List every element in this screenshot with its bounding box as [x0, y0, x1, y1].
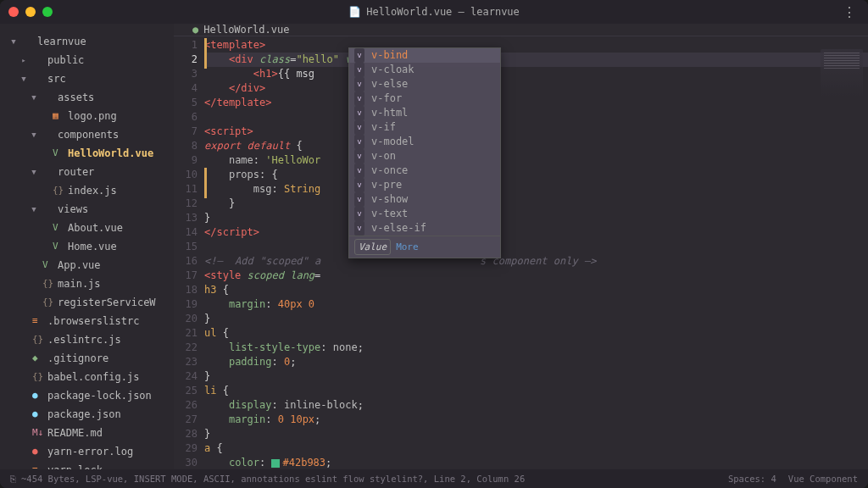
tree-item-package-json[interactable]: ●package.json	[8, 405, 169, 424]
tree-item-components[interactable]: ▼components	[8, 125, 169, 144]
code-line[interactable]: li {	[204, 384, 868, 398]
status-language[interactable]: Vue Component	[788, 474, 858, 484]
more-menu-icon[interactable]: ⋮	[843, 4, 856, 20]
caret-icon: ▼	[29, 126, 39, 143]
autocomplete-item-v-if[interactable]: vv-if	[349, 120, 500, 135]
code-line[interactable]: padding: 0;	[204, 355, 868, 369]
code-line[interactable]: }	[204, 197, 868, 211]
code-line[interactable]: name: 'HelloWor	[204, 153, 868, 168]
tree-label: babel.config.js	[47, 369, 139, 385]
code-line[interactable]	[204, 240, 868, 254]
tree-label: learnvue	[37, 33, 86, 50]
tree-item-home-vue[interactable]: VHome.vue	[8, 237, 169, 256]
tree-item-logo-png[interactable]: ▦logo.png	[8, 107, 169, 125]
code-line[interactable]: }	[204, 211, 868, 225]
code-line[interactable]: </script>	[204, 225, 868, 240]
tree-item-about-vue[interactable]: VAbout.vue	[8, 219, 169, 237]
tree-item-package-lock-json[interactable]: ●package-lock.json	[8, 386, 169, 405]
code-line[interactable]: </template>	[204, 96, 868, 110]
code-line[interactable]: <h1>{{ msg	[204, 67, 868, 81]
tree-item-readme-md[interactable]: M↓README.md	[8, 424, 169, 442]
code-line[interactable]: }	[204, 427, 868, 441]
file-type-icon: ▦	[53, 108, 64, 125]
line-numbers: 1234567891011121314151617181920212223242…	[174, 38, 204, 469]
tree-item-index-js[interactable]: {}index.js	[8, 181, 169, 200]
autocomplete-item-v-show[interactable]: vv-show	[349, 192, 500, 207]
tree-item--browserslistrc[interactable]: ≡.browserslistrc	[8, 312, 169, 330]
code-line[interactable]: msg: String	[204, 182, 868, 197]
tree-item-learnvue[interactable]: ▼learnvue	[8, 32, 169, 51]
code-line[interactable]: <script>	[204, 125, 868, 139]
file-tree: ▼learnvue▸public▼src▼assets▦logo.png▼com…	[0, 24, 174, 469]
tab-helloworld[interactable]: ● HelloWorld.vue	[186, 24, 296, 36]
tab-bar: ● HelloWorld.vue	[174, 24, 868, 36]
code-line[interactable]: }	[204, 312, 868, 326]
tree-label: .eslintrc.js	[47, 331, 121, 348]
code-line[interactable]: margin: 0 10px;	[204, 413, 868, 427]
minimize-window[interactable]	[25, 7, 36, 17]
code-line[interactable]: <!— Add "scoped" a s component only —>	[204, 254, 868, 269]
autocomplete-item-v-bind[interactable]: vv-bind	[349, 48, 500, 63]
minimap[interactable]	[821, 49, 863, 100]
code-line[interactable]: ul {	[204, 326, 868, 341]
titlebar: 📄 HelloWorld.vue — learnvue ⋮	[0, 0, 868, 24]
tree-item-src[interactable]: ▼src	[8, 69, 169, 88]
completion-kind-icon: v	[354, 48, 364, 63]
tree-item--eslintrc-js[interactable]: {}.eslintrc.js	[8, 330, 169, 349]
tree-item-helloworld-vue[interactable]: VHelloWorld.vue	[8, 144, 169, 163]
code-line[interactable]: color: #42b983;	[204, 456, 868, 469]
code-line[interactable]: }	[204, 369, 868, 384]
autocomplete-item-v-on[interactable]: vv-on	[349, 149, 500, 164]
caret-icon: ▼	[29, 89, 39, 106]
autocomplete-item-v-else-if[interactable]: vv-else-if	[349, 221, 500, 236]
code-area[interactable]: vv-bindvv-cloakvv-elsevv-forvv-htmlvv-if…	[204, 38, 868, 469]
tree-item-public[interactable]: ▸public	[8, 51, 169, 69]
tree-label: About.vue	[68, 219, 123, 236]
code-line[interactable]: list-style-type: none;	[204, 341, 868, 355]
completion-label: v-show	[371, 192, 408, 207]
code-line[interactable]: h3 {	[204, 283, 868, 297]
tree-item-main-js[interactable]: {}main.js	[8, 274, 169, 293]
code-line[interactable]: display: inline-block;	[204, 398, 868, 413]
completion-kind-icon: v	[354, 135, 364, 149]
code-editor[interactable]: 1234567891011121314151617181920212223242…	[174, 36, 868, 469]
tree-item-app-vue[interactable]: VApp.vue	[8, 256, 169, 274]
code-line[interactable]: props: {	[204, 168, 868, 182]
autocomplete-item-v-text[interactable]: vv-text	[349, 207, 500, 221]
tree-item-yarn-error-log[interactable]: ●yarn-error.log	[8, 442, 169, 461]
autocomplete-item-v-cloak[interactable]: vv-cloak	[349, 63, 500, 77]
tree-label: HelloWorld.vue	[68, 145, 153, 162]
code-line[interactable]: export default {	[204, 139, 868, 153]
completion-more-link[interactable]: More	[396, 240, 419, 254]
autocomplete-item-v-else[interactable]: vv-else	[349, 77, 500, 92]
file-type-icon: V	[53, 238, 64, 255]
autocomplete-item-v-pre[interactable]: vv-pre	[349, 178, 500, 192]
completion-label: v-on	[371, 149, 396, 164]
code-line[interactable]: <div class="hello" v->	[204, 53, 868, 67]
autocomplete-item-v-model[interactable]: vv-model	[349, 135, 500, 149]
autocomplete-item-v-for[interactable]: vv-for	[349, 92, 500, 106]
code-line[interactable]: margin: 40px 0	[204, 297, 868, 312]
autocomplete-item-v-once[interactable]: vv-once	[349, 164, 500, 178]
status-spaces[interactable]: Spaces: 4	[728, 474, 776, 484]
maximize-window[interactable]	[42, 7, 53, 17]
tree-item-babel-config-js[interactable]: {}babel.config.js	[8, 368, 169, 386]
code-line[interactable]: </div>	[204, 81, 868, 96]
code-line[interactable]	[204, 110, 868, 125]
tree-item-assets[interactable]: ▼assets	[8, 88, 169, 107]
tree-item--gitignore[interactable]: ◆.gitignore	[8, 349, 169, 368]
status-bar: ⎘ ~454 Bytes, LSP-vue, INSERT MODE, ASCI…	[0, 469, 868, 488]
completion-kind-icon: v	[354, 207, 364, 221]
code-line[interactable]: a {	[204, 441, 868, 456]
autocomplete-item-v-html[interactable]: vv-html	[349, 106, 500, 120]
tree-label: main.js	[58, 275, 101, 292]
file-type-icon: ●	[32, 406, 44, 423]
tree-item-yarn-lock[interactable]: ≡yarn.lock	[8, 461, 169, 469]
tree-item-views[interactable]: ▼views	[8, 200, 169, 219]
code-line[interactable]: <style scoped lang=	[204, 269, 868, 283]
code-line[interactable]: <template>	[204, 38, 868, 53]
tree-item-router[interactable]: ▼router	[8, 163, 169, 181]
close-window[interactable]	[8, 7, 19, 17]
tree-item-registerservicew[interactable]: {}registerServiceW	[8, 293, 169, 312]
file-type-icon: V	[42, 257, 54, 274]
